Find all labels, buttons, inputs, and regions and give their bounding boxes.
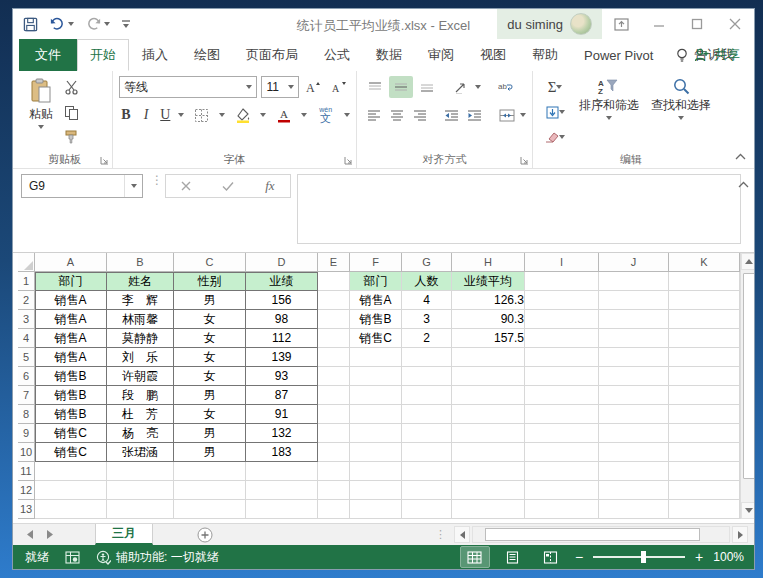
zoom-slider[interactable]	[593, 556, 685, 558]
italic-button[interactable]: I	[140, 104, 152, 126]
new-sheet-button[interactable]	[197, 527, 213, 543]
page-layout-view-button[interactable]	[499, 547, 527, 567]
column-header-B[interactable]: B	[107, 253, 174, 272]
cell-H9[interactable]	[452, 424, 525, 443]
share-button[interactable]: 共享	[694, 39, 740, 71]
column-header-F[interactable]: F	[350, 253, 402, 272]
cut-button[interactable]	[59, 76, 83, 98]
cell-I13[interactable]	[525, 500, 599, 519]
cell-F8[interactable]	[350, 405, 402, 424]
cell-A12[interactable]	[35, 481, 107, 500]
cell-C7[interactable]: 男	[174, 386, 246, 405]
vertical-scrollbar[interactable]	[740, 253, 754, 519]
cell-A1[interactable]: 部门	[35, 272, 107, 291]
cell-I7[interactable]	[525, 386, 599, 405]
cell-E7[interactable]	[318, 386, 350, 405]
row-header-12[interactable]: 12	[18, 481, 35, 500]
cell-D12[interactable]	[246, 481, 318, 500]
cell-C1[interactable]: 性别	[174, 272, 246, 291]
cell-F11[interactable]	[350, 462, 402, 481]
orientation-button[interactable]	[449, 76, 473, 98]
cell-G5[interactable]	[402, 348, 452, 367]
cell-H13[interactable]	[452, 500, 525, 519]
increase-font-button[interactable]: A	[303, 76, 325, 98]
cell-D5[interactable]: 139	[246, 348, 318, 367]
fill-dropdown-arrow[interactable]	[559, 110, 565, 114]
cell-H7[interactable]	[452, 386, 525, 405]
cell-I6[interactable]	[525, 367, 599, 386]
cell-D2[interactable]: 156	[246, 291, 318, 310]
cell-I11[interactable]	[525, 462, 599, 481]
cell-B2[interactable]: 李 辉	[107, 291, 174, 310]
cell-I2[interactable]	[525, 291, 599, 310]
merge-dropdown-arrow[interactable]	[520, 113, 526, 117]
tab-页面布局[interactable]: 页面布局	[233, 39, 311, 71]
row-header-8[interactable]: 8	[18, 405, 35, 424]
fill-color-dropdown-arrow[interactable]	[260, 113, 266, 117]
merge-center-button[interactable]	[497, 104, 518, 126]
copy-button[interactable]	[59, 101, 83, 123]
cell-F9[interactable]	[350, 424, 402, 443]
cell-C13[interactable]	[174, 500, 246, 519]
scroll-right-button[interactable]	[732, 526, 748, 543]
insert-function-button[interactable]: fx	[265, 178, 274, 194]
cell-J13[interactable]	[599, 500, 669, 519]
align-left-button[interactable]	[363, 104, 384, 126]
cell-F5[interactable]	[350, 348, 402, 367]
normal-view-button[interactable]	[461, 547, 489, 567]
cell-J9[interactable]	[599, 424, 669, 443]
cell-K7[interactable]	[669, 386, 740, 405]
tab-公式[interactable]: 公式	[311, 39, 363, 71]
font-size-combo[interactable]: 11	[261, 76, 298, 98]
font-name-combo[interactable]: 等线	[119, 76, 257, 98]
cell-K12[interactable]	[669, 481, 740, 500]
autosum-button[interactable]: Σ	[539, 76, 571, 98]
cell-H8[interactable]	[452, 405, 525, 424]
scroll-left-button[interactable]	[454, 526, 470, 543]
cell-J7[interactable]	[599, 386, 669, 405]
cell-D3[interactable]: 98	[246, 310, 318, 329]
bold-button[interactable]: B	[119, 104, 133, 126]
cell-H6[interactable]	[452, 367, 525, 386]
cell-K8[interactable]	[669, 405, 740, 424]
row-header-2[interactable]: 2	[18, 291, 35, 310]
save-button[interactable]	[23, 17, 38, 32]
cell-H12[interactable]	[452, 481, 525, 500]
cell-I10[interactable]	[525, 443, 599, 462]
cell-I3[interactable]	[525, 310, 599, 329]
cell-H4[interactable]: 157.5	[452, 329, 525, 348]
row-header-3[interactable]: 3	[18, 310, 35, 329]
cell-D6[interactable]: 93	[246, 367, 318, 386]
cell-E5[interactable]	[318, 348, 350, 367]
cell-E4[interactable]	[318, 329, 350, 348]
cell-B9[interactable]: 杨 亮	[107, 424, 174, 443]
align-bottom-button[interactable]	[415, 76, 439, 98]
cell-A13[interactable]	[35, 500, 107, 519]
cell-C10[interactable]: 男	[174, 443, 246, 462]
cell-F4[interactable]: 销售C	[350, 329, 402, 348]
cell-B8[interactable]: 杜 芳	[107, 405, 174, 424]
cell-G9[interactable]	[402, 424, 452, 443]
cell-G3[interactable]: 3	[402, 310, 452, 329]
cell-J6[interactable]	[599, 367, 669, 386]
cell-G10[interactable]	[402, 443, 452, 462]
cell-E6[interactable]	[318, 367, 350, 386]
cell-G8[interactable]	[402, 405, 452, 424]
cell-D11[interactable]	[246, 462, 318, 481]
cell-H5[interactable]	[452, 348, 525, 367]
increase-indent-button[interactable]	[464, 104, 485, 126]
cell-J12[interactable]	[599, 481, 669, 500]
cell-J8[interactable]	[599, 405, 669, 424]
cell-C9[interactable]: 男	[174, 424, 246, 443]
clear-button[interactable]	[539, 126, 571, 148]
column-header-H[interactable]: H	[452, 253, 525, 272]
cell-H11[interactable]	[452, 462, 525, 481]
cell-K13[interactable]	[669, 500, 740, 519]
cell-H3[interactable]: 90.3	[452, 310, 525, 329]
underline-dropdown-arrow[interactable]	[178, 113, 184, 117]
cell-A3[interactable]: 销售A	[35, 310, 107, 329]
column-header-G[interactable]: G	[402, 253, 452, 272]
horizontal-scrollbar[interactable]	[472, 526, 730, 543]
row-header-6[interactable]: 6	[18, 367, 35, 386]
align-top-button[interactable]	[363, 76, 387, 98]
